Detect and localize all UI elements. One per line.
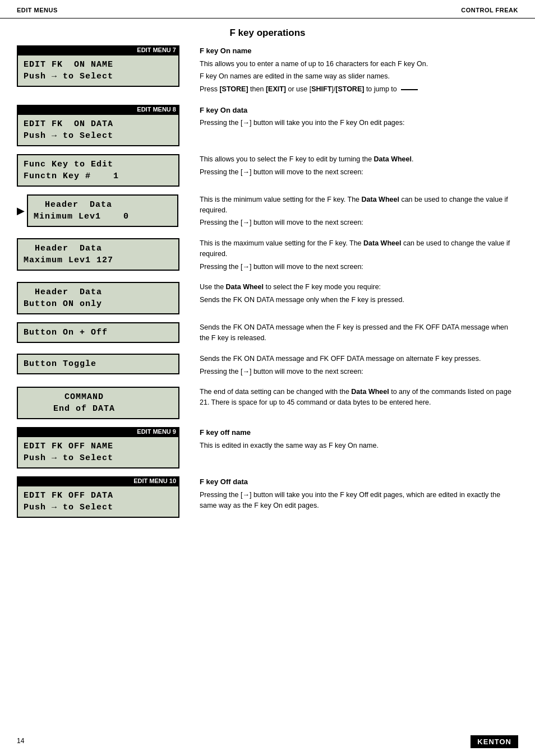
lcd-edit-menu-8: EDIT FK ON DATA Push → to Select: [17, 114, 179, 146]
desc-cmd-1: The end of data setting can be changed w…: [200, 387, 518, 408]
lcd-header-min: Header Data Minimum Lev1 0: [27, 194, 178, 227]
row-edit-menu-9: EDIT MENU 9 EDIT FK OFF NAME Push → to S…: [17, 427, 518, 469]
lcd-line-1-btog: Button Toggle: [24, 358, 173, 370]
lcd-line-2-8: Push → to Select: [24, 130, 173, 142]
lcd-line-1-boo: Button On + Off: [24, 327, 173, 338]
lcd-line-1-min: Header Data: [34, 199, 172, 211]
desc-bon-1: Use the Data Wheel to select the F key m…: [200, 282, 518, 293]
page-header: EDIT MENUS CONTROL FREAK: [0, 0, 535, 18]
header-left: EDIT MENUS: [17, 7, 58, 13]
lcd-line-2-max: Maximum Lev1 127: [24, 254, 173, 266]
desc-btog-2: Pressing the [→] button will move to the…: [200, 367, 518, 377]
lcd-line-2-bon: Button ON only: [24, 298, 173, 310]
row-right-edit-menu-8: F key On data Pressing the [→] button wi…: [191, 105, 518, 131]
desc-func-1: This allows you to select the F key to e…: [200, 154, 518, 165]
lcd-line-1-cmd: COMMAND: [24, 391, 173, 403]
row-button-on-only: Header Data Button ON only Use the Data …: [17, 282, 518, 314]
row-command-end: COMMAND End of DATA The end of data sett…: [17, 387, 518, 419]
edit-menu-label-9: EDIT MENU 9: [137, 428, 176, 435]
lcd-line-2-func: Functn Key # 1: [24, 170, 173, 182]
edit-menu-bar-7: EDIT MENU 7: [17, 45, 179, 54]
lcd-func-key: Func Key to Edit Functn Key # 1: [17, 154, 179, 187]
edit-menu-label-10: EDIT MENU 10: [133, 477, 176, 484]
desc-min-1: This is the minimum value setting for th…: [200, 194, 518, 216]
row-button-on-off: Button On + Off Sends the FK ON DATA mes…: [17, 322, 518, 346]
lcd-line-1-func: Func Key to Edit: [24, 159, 173, 170]
edit-menu-bar-9: EDIT MENU 9: [17, 427, 179, 436]
row-func-key: Func Key to Edit Functn Key # 1 This all…: [17, 154, 518, 187]
lcd-button-on-off: Button On + Off: [17, 322, 179, 343]
row-right-edit-menu-9: F key off name This is edited in exactly…: [191, 427, 518, 453]
desc-min-2: Pressing the [→] button will move to the…: [200, 217, 518, 228]
header-right: CONTROL FREAK: [461, 7, 518, 13]
edit-menu-bar-8: EDIT MENU 8: [17, 105, 179, 114]
desc-func-2: Pressing the [→] button will move to the…: [200, 167, 518, 178]
desc-bon-2: Sends the FK ON DATA message only when t…: [200, 295, 518, 305]
lcd-command-end: COMMAND End of DATA: [17, 387, 179, 419]
lcd-line-1-max: Header Data: [24, 243, 173, 254]
lcd-button-on-only: Header Data Button ON only: [17, 282, 179, 314]
row-edit-menu-8: EDIT MENU 8 EDIT FK ON DATA Push → to Se…: [17, 105, 518, 146]
row-left-command-end: COMMAND End of DATA: [17, 387, 191, 419]
lcd-edit-menu-10: EDIT FK OFF DATA Push → to Select: [17, 485, 179, 518]
row-right-header-min: This is the minimum value setting for th…: [191, 194, 518, 230]
row-left-edit-menu-10: EDIT MENU 10 EDIT FK OFF DATA Push → to …: [17, 476, 191, 518]
lcd-line-2-cmd: End of DATA: [24, 403, 173, 415]
row-edit-menu-7: EDIT MENU 7 EDIT FK ON NAME Push → to Se…: [17, 45, 518, 97]
row-left-edit-menu-9: EDIT MENU 9 EDIT FK OFF NAME Push → to S…: [17, 427, 191, 469]
page-number: 14: [17, 737, 24, 745]
desc-max-2: Pressing the [→] button will move to the…: [200, 262, 518, 272]
lcd-line-1-7: EDIT FK ON NAME: [24, 59, 173, 71]
edit-menu-label-8: EDIT MENU 8: [137, 106, 176, 113]
pointer-arrow-min: ▶: [17, 205, 25, 217]
row-right-edit-menu-10: F key Off data Pressing the [→] button w…: [191, 476, 518, 513]
lcd-line-2-7: Push → to Select: [24, 71, 173, 82]
heading-8: F key On data: [200, 105, 518, 116]
row-right-func-key: This allows you to select the F key to e…: [191, 154, 518, 180]
desc-max-1: This is the maximum value setting for th…: [200, 238, 518, 259]
row-right-button-on-off: Sends the FK ON DATA message when the F …: [191, 322, 518, 346]
desc-10-1: Pressing the [→] button will take you in…: [200, 490, 518, 511]
row-right-header-max: This is the maximum value setting for th…: [191, 238, 518, 274]
row-left-edit-menu-7: EDIT MENU 7 EDIT FK ON NAME Push → to Se…: [17, 45, 191, 87]
desc-7-3: Press [STORE] then [EXIT] or use [SHIFT]…: [200, 84, 518, 95]
heading-10: F key Off data: [200, 476, 518, 488]
lcd-edit-menu-7: EDIT FK ON NAME Push → to Select: [17, 54, 179, 87]
row-button-toggle: Button Toggle Sends the FK ON DATA messa…: [17, 354, 518, 379]
desc-8-1: Pressing the [→] button will take you in…: [200, 118, 518, 128]
desc-7-2: F key On names are edited in the same wa…: [200, 71, 518, 82]
row-right-command-end: The end of data setting can be changed w…: [191, 387, 518, 410]
section-title: F key operations: [17, 27, 518, 39]
desc-boo-1: Sends the FK ON DATA message when the F …: [200, 322, 518, 344]
brand-logo: KENTON: [471, 735, 518, 748]
row-left-header-max: Header Data Maximum Lev1 127: [17, 238, 191, 271]
pointer-row-min: ▶ Header Data Minimum Lev1 0: [17, 194, 178, 227]
row-right-button-on-only: Use the Data Wheel to select the F key m…: [191, 282, 518, 308]
row-edit-menu-10: EDIT MENU 10 EDIT FK OFF DATA Push → to …: [17, 476, 518, 518]
desc-btog-1: Sends the FK ON DATA message and FK OFF …: [200, 354, 518, 364]
row-right-button-toggle: Sends the FK ON DATA message and FK OFF …: [191, 354, 518, 379]
edit-menu-bar-10: EDIT MENU 10: [17, 476, 179, 485]
heading-7: F key On name: [200, 45, 518, 57]
desc-9-1: This is edited in exactly the same way a…: [200, 440, 518, 451]
row-left-func-key: Func Key to Edit Functn Key # 1: [17, 154, 191, 187]
row-header-min: ▶ Header Data Minimum Lev1 0 This is the…: [17, 194, 518, 230]
lcd-line-2-9: Push → to Select: [24, 452, 173, 464]
heading-9: F key off name: [200, 427, 518, 438]
row-header-max: Header Data Maximum Lev1 127 This is the…: [17, 238, 518, 274]
row-left-button-on-off: Button On + Off: [17, 322, 191, 343]
lcd-line-2-min: Minimum Lev1 0: [34, 211, 172, 222]
lcd-line-1-bon: Header Data: [24, 286, 173, 298]
lcd-line-2-10: Push → to Select: [24, 502, 173, 513]
lcd-line-1-8: EDIT FK ON DATA: [24, 118, 173, 130]
row-left-edit-menu-8: EDIT MENU 8 EDIT FK ON DATA Push → to Se…: [17, 105, 191, 146]
edit-menu-label-7: EDIT MENU 7: [137, 47, 176, 53]
lcd-line-1-9: EDIT FK OFF NAME: [24, 440, 173, 452]
row-left-button-on-only: Header Data Button ON only: [17, 282, 191, 314]
lcd-header-max: Header Data Maximum Lev1 127: [17, 238, 179, 271]
row-left-button-toggle: Button Toggle: [17, 354, 191, 374]
row-left-header-min: ▶ Header Data Minimum Lev1 0: [17, 194, 191, 227]
row-right-edit-menu-7: F key On name This allows you to enter a…: [191, 45, 518, 97]
lcd-line-1-10: EDIT FK OFF DATA: [24, 490, 173, 502]
desc-7-1: This allows you to enter a name of up to…: [200, 59, 518, 69]
